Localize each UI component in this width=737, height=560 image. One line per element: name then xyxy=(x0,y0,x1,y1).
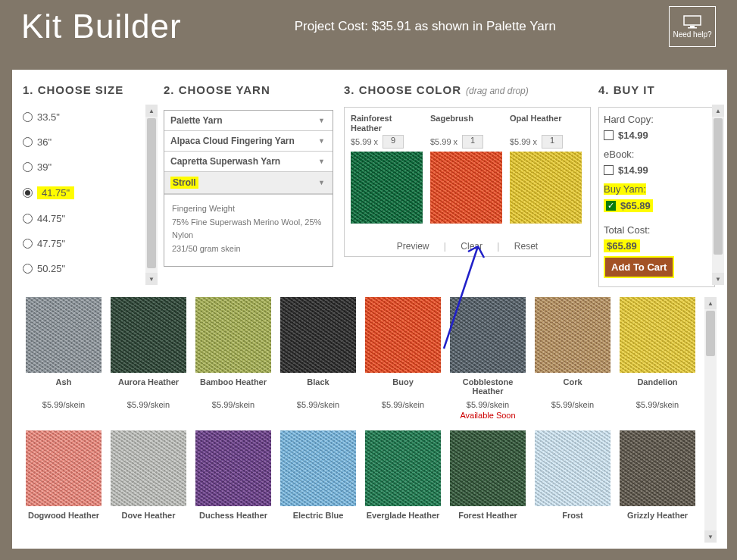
palette-item[interactable]: Dove Heather xyxy=(111,430,186,530)
size-option[interactable]: 50.25" xyxy=(23,263,151,274)
size-option[interactable]: 33.5" xyxy=(23,111,151,123)
color-swatch[interactable] xyxy=(510,152,582,224)
buyyarn-label: Buy Yarn: xyxy=(604,183,646,195)
palette-price: $5.99/skein xyxy=(636,400,679,409)
preview-button[interactable]: Preview xyxy=(397,241,429,252)
palette-name: Black xyxy=(307,377,329,397)
palette-item[interactable]: Electric Blue xyxy=(280,430,356,530)
monitor-icon xyxy=(683,15,701,29)
scroll-down-icon[interactable]: ▼ xyxy=(704,530,717,543)
size-option[interactable]: 47.75" xyxy=(23,238,151,249)
yarn-label: Alpaca Cloud Fingering Yarn xyxy=(170,136,295,146)
palette-item[interactable]: Everglade Heather xyxy=(365,430,441,530)
yarn-option[interactable]: Stroll▼ xyxy=(164,172,333,194)
color-slot[interactable]: Rainforest Heather$5.99 x9 xyxy=(351,114,423,252)
yarn-option[interactable]: Palette Yarn▼ xyxy=(164,111,333,131)
palette-item[interactable]: Cork$5.99/skein xyxy=(535,297,611,420)
scroll-up-icon[interactable]: ▲ xyxy=(712,105,724,117)
palette-swatch[interactable] xyxy=(26,297,101,373)
palette-item[interactable]: Frost xyxy=(535,430,611,530)
caret-down-icon: ▼ xyxy=(318,179,325,186)
yarn-option[interactable]: Capretta Superwash Yarn▼ xyxy=(164,152,333,172)
step4-scrollbar[interactable]: ▲ ▼ xyxy=(712,105,724,285)
palette-swatch[interactable] xyxy=(195,297,271,373)
hardcopy-price: $14.99 xyxy=(618,130,648,141)
palette-swatch[interactable] xyxy=(450,430,526,506)
svg-rect-0 xyxy=(684,16,701,25)
color-swatch[interactable] xyxy=(430,152,502,224)
palette-name: Forest Heather xyxy=(458,511,517,530)
palette-item[interactable]: Forest Heather xyxy=(450,430,526,530)
yarn-label: Capretta Superwash Yarn xyxy=(170,156,280,167)
color-slot[interactable]: Opal Heather$5.99 x1 xyxy=(510,114,582,252)
quantity-input[interactable]: 9 xyxy=(383,135,404,149)
palette-swatch[interactable] xyxy=(195,430,271,506)
palette-swatch[interactable] xyxy=(365,430,441,506)
palette-swatch[interactable] xyxy=(280,297,356,373)
add-to-cart-button[interactable]: Add To Cart xyxy=(604,256,674,278)
ebook-checkbox[interactable] xyxy=(604,165,614,175)
palette-price: $5.99/skein xyxy=(127,400,170,409)
palette-swatch[interactable] xyxy=(450,297,526,373)
palette-item[interactable]: Grizzly Heather xyxy=(620,430,695,530)
palette-name: Frost xyxy=(562,511,583,530)
palette-item[interactable]: Buoy$5.99/skein xyxy=(365,297,441,420)
palette-swatch[interactable] xyxy=(535,297,611,373)
palette-name: Duchess Heather xyxy=(199,511,267,530)
palette-item[interactable]: Aurora Heather$5.99/skein xyxy=(111,297,186,420)
slot-name: Opal Heather xyxy=(510,114,582,133)
palette-swatch[interactable] xyxy=(365,297,441,373)
scroll-up-icon[interactable]: ▲ xyxy=(704,297,717,309)
size-label: 33.5" xyxy=(37,111,60,123)
need-help-label: Need help? xyxy=(673,30,711,39)
quantity-input[interactable]: 1 xyxy=(462,135,483,149)
size-option[interactable]: 39" xyxy=(23,161,151,173)
palette-swatch[interactable] xyxy=(280,430,356,506)
palette-item[interactable]: Cobblestone Heather$5.99/skeinAvailable … xyxy=(450,297,526,420)
yarn-option[interactable]: Alpaca Cloud Fingering Yarn▼ xyxy=(164,131,333,152)
scroll-up-icon[interactable]: ▲ xyxy=(145,105,158,117)
palette-item[interactable]: Dandelion$5.99/skein xyxy=(620,297,695,420)
size-option[interactable]: 36" xyxy=(23,136,151,148)
palette-swatch[interactable] xyxy=(620,430,695,506)
slot-price: $5.99 x xyxy=(430,137,458,146)
palette-name: Cobblestone Heather xyxy=(450,377,526,397)
palette-name: Everglade Heather xyxy=(367,511,440,530)
palette-scrollbar[interactable]: ▲ ▼ xyxy=(704,297,717,543)
palette-item[interactable]: Duchess Heather xyxy=(195,430,271,530)
palette-swatch[interactable] xyxy=(535,430,611,506)
size-option[interactable]: 41.75" xyxy=(23,186,151,199)
palette-swatch[interactable] xyxy=(111,430,186,506)
ebook-label: eBook: xyxy=(604,149,710,160)
buyyarn-checkbox[interactable]: ✓ xyxy=(606,201,616,211)
reset-button[interactable]: Reset xyxy=(514,241,538,252)
palette-item[interactable]: Ash$5.99/skein xyxy=(26,297,101,420)
caret-down-icon: ▼ xyxy=(318,158,325,165)
palette-swatch[interactable] xyxy=(620,297,695,373)
quantity-input[interactable]: 1 xyxy=(542,135,563,149)
scroll-thumb[interactable] xyxy=(147,118,156,268)
step3-hint: (drag and drop) xyxy=(466,86,529,96)
palette-swatch[interactable] xyxy=(111,297,186,373)
step3-title: 3. CHOOSE COLOR xyxy=(344,83,461,96)
palette-item[interactable]: Black$5.99/skein xyxy=(280,297,356,420)
scroll-thumb[interactable] xyxy=(706,311,715,356)
step1-scrollbar[interactable]: ▲ ▼ xyxy=(145,105,158,285)
palette-name: Dogwood Heather xyxy=(28,511,99,530)
scroll-down-icon[interactable]: ▼ xyxy=(712,273,724,285)
need-help-button[interactable]: Need help? xyxy=(669,6,716,47)
palette-item[interactable]: Dogwood Heather xyxy=(26,430,101,530)
size-label: 50.25" xyxy=(37,263,65,274)
caret-down-icon: ▼ xyxy=(318,117,325,124)
hardcopy-checkbox[interactable] xyxy=(604,130,614,140)
palette-item[interactable]: Bamboo Heather$5.99/skein xyxy=(195,297,271,420)
scroll-down-icon[interactable]: ▼ xyxy=(145,273,158,285)
color-slot[interactable]: Sagebrush$5.99 x1 xyxy=(430,114,502,252)
scroll-thumb[interactable] xyxy=(714,118,723,255)
yarn-label: Stroll xyxy=(170,177,198,189)
clear-button[interactable]: Clear xyxy=(461,241,482,252)
size-option[interactable]: 44.75" xyxy=(23,213,151,224)
slot-price: $5.99 x xyxy=(510,137,537,146)
color-swatch[interactable] xyxy=(351,152,423,224)
palette-swatch[interactable] xyxy=(26,430,101,506)
